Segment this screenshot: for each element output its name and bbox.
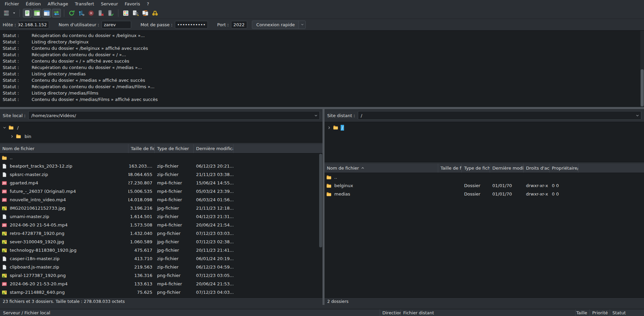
folder-icon	[326, 183, 332, 188]
local-path-dropdown-icon[interactable]	[312, 111, 319, 119]
directory-comparison-button[interactable]	[131, 9, 140, 17]
log-scrollbar-thumb[interactable]	[641, 69, 644, 106]
log-status-label: Statut :	[0, 84, 32, 89]
local-tree-item[interactable]: bin	[0, 132, 323, 141]
port-input[interactable]	[231, 21, 247, 29]
file-size-cell: 48.064.655	[128, 172, 155, 177]
file-row[interactable]: mediasDossier01/01/70drwxr-xr-x0 0	[325, 190, 644, 198]
menu-item-aide[interactable]: ?	[143, 1, 152, 7]
file-date-cell: 07/12/23 04:03...	[194, 290, 233, 295]
remote-path-combobox[interactable]: /	[358, 111, 641, 120]
log-message: Récupération du contenu du dossier « / »…	[32, 52, 126, 57]
file-row[interactable]: belginuxDossier01/01/70drwxr-xr-x0 0	[325, 181, 644, 190]
file-row[interactable]: technology-8118380_1920.jpg475.617jpg-fi…	[0, 246, 323, 254]
file-row[interactable]: 2024-06-20 21-53-20.mp4133.613mp4-fichie…	[0, 280, 323, 288]
disconnect-button[interactable]	[97, 9, 105, 17]
file-row[interactable]: retro-4728778_1920.png1.432.040png-fichi…	[0, 229, 323, 238]
file-row[interactable]: future_-_26037 (Original).mp415.006.535m…	[0, 187, 323, 196]
site-manager-icon	[3, 10, 10, 16]
synchronized-browsing-button[interactable]	[141, 9, 150, 17]
file-row[interactable]: stamp-2114882_640.png75.625png-fichier07…	[0, 288, 323, 296]
column-header-rc1[interactable]: Taille de fic	[438, 164, 462, 173]
remote-tree-item[interactable]: /	[325, 123, 644, 132]
local-list-scrollbar-thumb[interactable]	[319, 154, 322, 247]
message-log-button[interactable]	[23, 9, 32, 17]
file-row[interactable]: IMG20210612152733.jpg3.196.216jpg-fichie…	[0, 204, 323, 212]
reconnect-button[interactable]	[106, 9, 115, 17]
queue-column-header-size[interactable]: Taille	[576, 309, 590, 316]
file-row[interactable]: beatport_tracks_2023-12.zip163.203....zi…	[0, 162, 323, 170]
local-tree-button[interactable]	[33, 9, 41, 17]
column-header-lc1[interactable]: Taille de fich	[128, 144, 155, 153]
menu-item-serveur[interactable]: Serveur	[98, 1, 121, 7]
host-input[interactable]: sftp://192.168.1.152	[18, 21, 49, 29]
img-file-icon	[2, 231, 8, 236]
zip-file-icon	[2, 214, 8, 219]
queue-column-header-status[interactable]: Statut	[610, 309, 644, 316]
site-manager-dropdown-button[interactable]	[12, 9, 16, 17]
chevron-down-icon[interactable]	[2, 126, 7, 130]
column-header-name[interactable]: Nom de fichier	[0, 144, 128, 153]
menu-item-fichier[interactable]: Fichier	[1, 1, 23, 7]
file-row[interactable]: umami-master.zip1.614.501zip-fichier04/1…	[0, 212, 323, 221]
queue-column-header-priority[interactable]: Priorité	[590, 309, 610, 316]
menu-item-affichage[interactable]: Affichage	[44, 1, 71, 7]
file-row[interactable]: spiral-1277387_1920.png136.316png-fichie…	[0, 271, 323, 280]
queue-column-header-remote-file[interactable]: Fichier distant	[401, 309, 576, 316]
local-list-header: Nom de fichierTaille de fichType de fich…	[0, 144, 323, 153]
find-files-button[interactable]	[151, 9, 159, 17]
file-row[interactable]: sever-3100049_1920.jpg1.060.589jpg-fichi…	[0, 238, 323, 246]
tree-item-label: /	[16, 125, 20, 131]
menu-bar: FichierÉditionAffichageTransfertServeurF…	[0, 0, 644, 7]
file-name: nouvelle_intro_video.mp4	[10, 197, 66, 202]
log-message: Listing directory /medias/Films	[32, 91, 98, 96]
log-status-label: Statut :	[0, 33, 32, 38]
username-input[interactable]	[102, 21, 131, 29]
queue-column-header-direction[interactable]: Direction	[380, 309, 401, 316]
site-manager-button[interactable]	[2, 9, 11, 17]
remote-tree-button[interactable]	[42, 9, 51, 17]
menu-item-edition[interactable]: Édition	[23, 1, 44, 7]
file-row[interactable]: gparted.mp427.230.807mp4-fichier15/06/24…	[0, 179, 323, 187]
local-tree-item[interactable]: /	[0, 123, 323, 132]
file-row[interactable]: spksrc-master.zip48.064.655zip-fichier21…	[0, 170, 323, 179]
column-header-lc2[interactable]: Type de fichier	[155, 144, 194, 153]
cancel-button[interactable]	[87, 9, 96, 17]
column-header-rc4[interactable]: Droits d'accè	[524, 164, 550, 173]
filter-button[interactable]	[121, 9, 130, 17]
file-row[interactable]: ..	[325, 173, 644, 181]
chevron-right-icon[interactable]	[327, 126, 331, 130]
file-size-cell: 163.203....	[128, 164, 155, 169]
remote-path-dropdown-icon[interactable]	[634, 111, 641, 119]
chevron-right-icon[interactable]	[9, 135, 14, 138]
file-row[interactable]: 2024-06-20 21-54-05.mp41.573.508mp4-fich…	[0, 221, 323, 229]
local-panel: Site local : /home/zarev/Vidéos/ /bin No…	[0, 109, 323, 305]
column-header-name[interactable]: Nom de fichier	[325, 164, 438, 173]
queue-column-header-local-file[interactable]: Serveur / Fichier local	[0, 309, 380, 316]
menu-item-favoris[interactable]: Favoris	[121, 1, 144, 7]
quickconnect-dropdown-button[interactable]	[299, 21, 305, 29]
file-row[interactable]: nouvelle_intro_video.mp414.018.098mp4-fi…	[0, 196, 323, 204]
file-row[interactable]: clipboard.js-master.zip219.563zip-fichie…	[0, 263, 323, 271]
process-queue-button[interactable]	[77, 9, 86, 17]
column-header-lc3[interactable]: Dernière modificat	[194, 144, 233, 153]
log-row: Statut :Récupération du contenu du dossi…	[0, 32, 644, 39]
refresh-button[interactable]	[67, 9, 76, 17]
log-scrollbar[interactable]	[640, 31, 644, 107]
file-row[interactable]: casper-i18n-master.zip413.710zip-fichier…	[0, 254, 323, 263]
password-input[interactable]	[175, 21, 208, 29]
file-row[interactable]: ..	[0, 153, 323, 162]
log-row: Statut :Contenu du dossier « /medias » a…	[0, 77, 644, 83]
log-status-label: Statut :	[0, 65, 32, 70]
file-type-cell: mp4-fichier	[155, 197, 194, 202]
column-header-rc3[interactable]: Dernière modif	[490, 164, 524, 173]
local-path-combobox[interactable]: /home/zarev/Vidéos/	[28, 111, 320, 120]
menu-item-transfert[interactable]: Transfert	[72, 1, 98, 7]
file-owner-cell: 0 0	[550, 183, 578, 188]
transfer-queue-button[interactable]	[52, 9, 61, 17]
folder-icon	[8, 125, 14, 130]
column-header-rc2[interactable]: Type de fich	[462, 164, 490, 173]
column-header-rc5[interactable]: Propriétaire/	[550, 164, 578, 173]
zip-file-icon	[2, 164, 8, 169]
quickconnect-button[interactable]: Connexion rapide	[252, 21, 306, 29]
